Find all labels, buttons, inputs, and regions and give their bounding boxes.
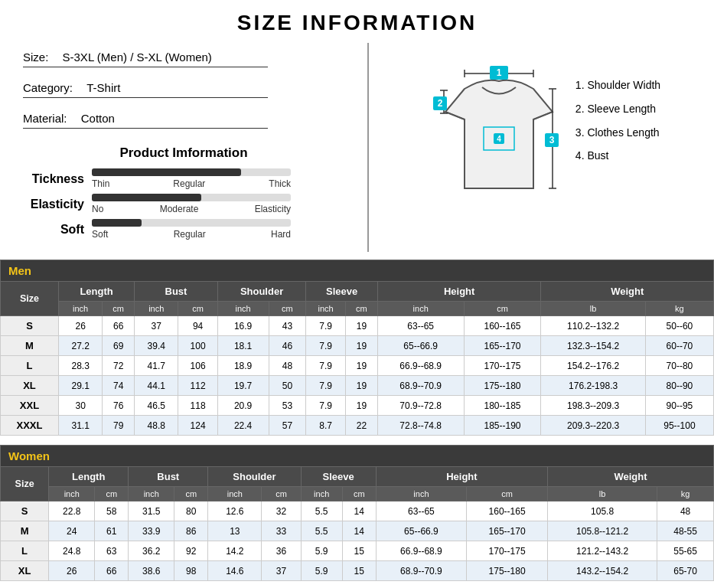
svg-text:1: 1 [497, 67, 502, 78]
men-data-cell: 19.7 [217, 376, 269, 396]
men-data-cell: 170--175 [464, 356, 541, 376]
women-data-cell: 5.9 [301, 561, 342, 581]
elasticity-bar [92, 194, 291, 201]
men-data-cell: 100 [178, 336, 217, 356]
women-data-cell: 92 [174, 541, 208, 561]
men-bust-inch: inch [135, 302, 178, 316]
women-data-cell: 33.9 [129, 521, 174, 541]
men-size-table-section: Men Size Length Bust Shoulder Sleeve Hei… [0, 260, 714, 436]
men-data-cell: 19 [345, 316, 377, 336]
men-table-row: XL29.17444.111219.7507.91968.9--70.9175-… [1, 376, 714, 396]
material-label: Material: [23, 112, 67, 125]
men-data-cell: 185--190 [464, 416, 541, 436]
men-data-cell: 30 [59, 396, 103, 416]
women-col-headers: Size Length Bust Shoulder Sleeve Height … [1, 467, 714, 487]
women-length-header: Length [49, 467, 129, 487]
women-data-cell: 32 [262, 501, 301, 521]
men-data-cell: 22 [345, 416, 377, 436]
women-data-cell: 24 [49, 521, 95, 541]
women-data-cell: 66 [95, 561, 129, 581]
women-bust-cm: cm [174, 487, 208, 501]
men-data-cell: 8.7 [306, 416, 346, 436]
size-range-line: Size: S-3XL (Men) / S-XL (Women) [23, 51, 268, 67]
soft-bar [92, 219, 291, 227]
women-data-cell: 58 [95, 501, 129, 521]
category-line: Category: T-Shirt [23, 81, 268, 98]
men-data-cell: 19 [345, 376, 377, 396]
tickness-label-regular: Regular [173, 178, 205, 189]
men-table-row: M27.26939.410018.1467.91965--66.9165--17… [1, 336, 714, 356]
legend-item-1: 1. Shoulder Width [575, 74, 660, 97]
women-size-cell: L [1, 541, 49, 561]
women-height-cm: cm [467, 487, 548, 501]
women-data-cell: 37 [262, 561, 301, 581]
elasticity-row: Elasticity No Moderate Elasticity [23, 194, 344, 214]
men-data-cell: 60--70 [645, 336, 713, 356]
men-data-cell: 124 [178, 416, 217, 436]
men-data-cell: 46 [269, 336, 306, 356]
women-data-cell: 160--165 [467, 501, 548, 521]
elasticity-label-moderate: Moderate [160, 204, 199, 214]
tickness-scale-labels: Thin Regular Thick [92, 178, 291, 189]
product-info-title: Product Imformation [23, 145, 344, 161]
women-sleeve-cm: cm [342, 487, 376, 501]
men-data-cell: 79 [103, 416, 135, 436]
men-sleeve-header: Sleeve [306, 282, 378, 302]
men-table-body: S2666379416.9437.91963--65160--165110.2-… [1, 316, 714, 436]
men-size-cell: XXL [1, 396, 59, 416]
men-size-table: Men Size Length Bust Shoulder Sleeve Hei… [0, 260, 714, 436]
men-shoulder-cm: cm [269, 302, 306, 316]
men-weight-lb: lb [541, 302, 645, 316]
page-wrapper: SIZE INFORMATION Size: S-3XL (Men) / S-X… [0, 0, 714, 581]
men-size-cell: L [1, 356, 59, 376]
men-data-cell: 16.9 [217, 316, 269, 336]
men-size-cell: M [1, 336, 59, 356]
men-data-cell: 175--180 [464, 376, 541, 396]
women-weight-kg: kg [657, 487, 714, 501]
men-data-cell: 94 [178, 316, 217, 336]
women-sleeve-inch: inch [301, 487, 342, 501]
men-length-cm: cm [103, 302, 135, 316]
men-data-cell: 28.3 [59, 356, 103, 376]
women-sub-header-row: inch cm inch cm inch cm inch cm inch cm … [1, 487, 714, 501]
women-data-cell: 26 [49, 561, 95, 581]
soft-label: Soft [23, 223, 92, 237]
men-data-cell: 118 [178, 396, 217, 416]
men-data-cell: 19 [345, 396, 377, 416]
elasticity-scale: No Moderate Elasticity [92, 194, 291, 214]
men-data-cell: 19 [345, 336, 377, 356]
men-data-cell: 76 [103, 396, 135, 416]
men-data-cell: 180--185 [464, 396, 541, 416]
women-data-cell: 63 [95, 541, 129, 561]
soft-row: Soft Soft Regular Hard [23, 219, 344, 240]
elasticity-fill [92, 194, 201, 201]
men-data-cell: 7.9 [306, 396, 346, 416]
women-length-cm: cm [95, 487, 129, 501]
women-data-cell: 5.5 [301, 501, 342, 521]
size-value: S-3XL (Men) / S-XL (Women) [63, 51, 212, 64]
men-weight-header: Weight [541, 282, 714, 302]
women-data-cell: 14 [342, 521, 376, 541]
soft-scale: Soft Regular Hard [92, 219, 291, 240]
women-table-row: XL266638.69814.6375.91568.9--70.9175--18… [1, 561, 714, 581]
men-size-cell: XXXL [1, 416, 59, 436]
soft-label-hard: Hard [271, 229, 291, 240]
men-data-cell: 69 [103, 336, 135, 356]
women-data-cell: 68.9--70.9 [376, 561, 466, 581]
men-sleeve-inch: inch [306, 302, 346, 316]
women-data-cell: 5.5 [301, 521, 342, 541]
men-data-cell: 48.8 [135, 416, 178, 436]
men-data-cell: 50--60 [645, 316, 713, 336]
men-shoulder-header: Shoulder [217, 282, 306, 302]
elasticity-label-no: No [92, 204, 103, 214]
men-data-cell: 50 [269, 376, 306, 396]
men-data-cell: 74 [103, 376, 135, 396]
top-section: Size: S-3XL (Men) / S-XL (Women) Categor… [0, 43, 714, 252]
women-data-cell: 121.2--143.2 [548, 541, 657, 561]
women-data-cell: 55-65 [657, 541, 714, 561]
left-info-panel: Size: S-3XL (Men) / S-XL (Women) Categor… [8, 43, 360, 252]
men-data-cell: 70.9--72.8 [377, 396, 464, 416]
women-data-cell: 14 [342, 501, 376, 521]
men-data-cell: 66.9--68.9 [377, 356, 464, 376]
women-shoulder-inch: inch [208, 487, 262, 501]
